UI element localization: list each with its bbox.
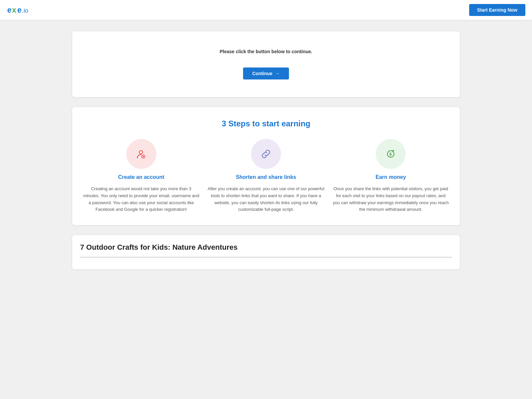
money-icon: $ <box>385 148 397 160</box>
logo: e x e .io <box>7 4 33 16</box>
continue-instruction: Please click the button below to continu… <box>220 49 312 54</box>
step-shorten-links: Shorten and share links After you create… <box>207 139 324 213</box>
svg-text:e: e <box>17 6 22 14</box>
step-icon-circle-2 <box>251 139 281 169</box>
step-create-account: Create an account Creating an account wo… <box>83 139 200 213</box>
arrow-icon: → <box>275 71 280 76</box>
user-icon <box>135 148 147 160</box>
logo-image: e x e .io <box>7 4 33 16</box>
header: e x e .io Start Earning Now <box>0 0 532 20</box>
continue-label: Continue <box>252 71 273 76</box>
article-card: 7 Outdoor Crafts for Kids: Nature Advent… <box>72 235 460 270</box>
svg-text:e: e <box>7 6 12 14</box>
step-desc-3: Once you share the links with potential … <box>332 186 449 213</box>
step-earn-money: $ Earn money Once you share the links wi… <box>332 139 449 213</box>
continue-button[interactable]: Continue → <box>243 67 289 79</box>
step-label-1: Create an account <box>118 174 164 180</box>
main-content: Please click the button below to continu… <box>60 20 472 280</box>
continue-card: Please click the button below to continu… <box>72 31 460 97</box>
start-earning-button[interactable]: Start Earning Now <box>469 4 525 16</box>
svg-text:$: $ <box>389 152 392 157</box>
article-title: 7 Outdoor Crafts for Kids: Nature Advent… <box>80 243 452 252</box>
svg-point-4 <box>139 151 143 154</box>
step-desc-2: After you create an account, you can use… <box>207 186 324 213</box>
svg-text:x: x <box>12 6 16 14</box>
step-icon-circle-1 <box>126 139 156 169</box>
step-icon-circle-3: $ <box>376 139 406 169</box>
step-label-3: Earn money <box>376 174 406 180</box>
step-label-2: Shorten and share links <box>236 174 296 180</box>
svg-text:.io: .io <box>22 7 28 14</box>
steps-title: 3 Steps to start earning <box>222 119 311 128</box>
step-desc-1: Creating an account would not take you m… <box>83 186 200 213</box>
steps-card: 3 Steps to start earning Create an accou… <box>72 107 460 225</box>
link-icon <box>260 148 272 160</box>
steps-grid: Create an account Creating an account wo… <box>83 139 449 213</box>
article-divider <box>80 257 452 257</box>
